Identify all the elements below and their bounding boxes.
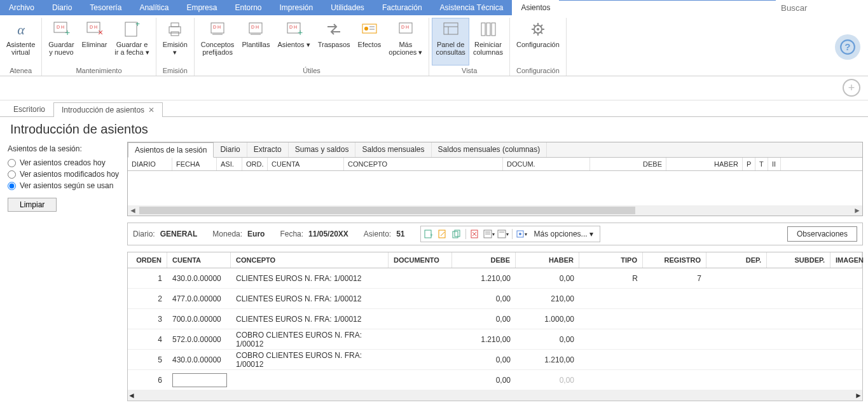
menu-item-diario[interactable]: Diario	[43, 0, 81, 15]
observations-button[interactable]: Observaciones	[787, 226, 857, 242]
ribbon-btn-conceptos[interactable]: D HConceptosprefijados	[197, 18, 238, 65]
doc-tab-escritorio[interactable]: Escritorio	[5, 102, 53, 116]
table-row[interactable]: 5430.0.0.00000COBRO CLIENTES EUROS N. FR…	[128, 350, 862, 370]
search-input[interactable]	[776, 0, 868, 15]
ribbon-btn-traspasos[interactable]: Traspasos	[314, 18, 354, 65]
col-concepto[interactable]: CONCEPTO	[231, 252, 389, 268]
table-row[interactable]: 60,000,00	[128, 370, 862, 390]
radio-input[interactable]	[8, 159, 16, 167]
ribbon-btn-asistente[interactable]: αAsistentevirtual	[3, 18, 39, 65]
help-icon[interactable]: ?	[835, 34, 860, 60]
sub-tab-asientos-de-la-sesión[interactable]: Asientos de la sesión	[128, 142, 214, 158]
ribbon-btn-configuración[interactable]: Configuración	[513, 18, 563, 65]
query-col-cuenta[interactable]: CUENTA	[268, 158, 344, 170]
menu-item-utilidades[interactable]: Utilidades	[322, 0, 373, 15]
query-col-asi[interactable]: ASI.	[217, 158, 242, 170]
menu-item-analítica[interactable]: Analítica	[130, 0, 177, 15]
ribbon-btn-guardar[interactable]: D H+Guardary nuevo	[45, 18, 78, 65]
sub-tab-diario[interactable]: Diario	[214, 142, 247, 157]
sub-tab-saldos-mensuales[interactable]: Saldos mensuales	[355, 142, 431, 157]
col-subdep[interactable]: SUBDEP.	[767, 252, 830, 268]
menu-item-entorno[interactable]: Entorno	[226, 0, 270, 15]
ribbon: αAsistentevirtualAteneaD H+Guardary nuev…	[0, 15, 868, 76]
scroll-right-icon[interactable]: ►	[855, 391, 862, 400]
col-debe[interactable]: DEBE	[452, 252, 516, 268]
entry-h-scrollbar[interactable]: ◄ ►	[128, 390, 862, 401]
ribbon-btn-guardar-e[interactable]: +Guardar eir a fecha ▾	[111, 18, 153, 65]
radio-input[interactable]	[8, 170, 16, 179]
scroll-left-icon[interactable]: ◄	[128, 206, 138, 215]
svg-text:×: ×	[98, 27, 103, 38]
close-icon[interactable]: ✕	[148, 106, 155, 114]
ribbon-btn-eliminar[interactable]: D H×Eliminar	[78, 18, 111, 65]
query-col-ii[interactable]: II	[768, 158, 781, 170]
radio-option-1[interactable]: Ver asientos modificados hoy	[8, 170, 120, 179]
cell-haber: 1.000,00	[516, 315, 579, 324]
query-col-haber[interactable]: HABER	[666, 158, 743, 170]
table-row[interactable]: 2477.0.0.00000CLIENTES EUROS N. FRA: 1/0…	[128, 289, 862, 309]
more-options-dropdown[interactable]: Más opciones... ▾	[529, 230, 598, 238]
query-col-ord[interactable]: ORD.	[242, 158, 268, 170]
sub-tab-saldos-mensuales-(columnas)[interactable]: Saldos mensuales (columnas)	[432, 142, 548, 157]
col-documento[interactable]: DOCUMENTO	[389, 252, 452, 268]
scroll-left-icon[interactable]: ◄	[128, 391, 135, 400]
cell-debe: 0,00	[452, 376, 516, 385]
sub-tab-extracto[interactable]: Extracto	[247, 142, 289, 157]
ribbon-btn-plantillas[interactable]: D HPlantillas	[238, 18, 273, 65]
table-row[interactable]: 3700.0.0.00000CLIENTES EUROS N. FRA: 1/0…	[128, 309, 862, 329]
table-row[interactable]: 1430.0.0.00000CLIENTES EUROS N. FRA: 1/0…	[128, 268, 862, 289]
menu-item-asistencia-técnica[interactable]: Asistencia Técnica	[431, 0, 513, 15]
scroll-thumb[interactable]	[139, 207, 635, 214]
col-registro[interactable]: REGISTRO	[643, 252, 706, 268]
query-col-concepto[interactable]: CONCEPTO	[344, 158, 503, 170]
query-col-debe[interactable]: DEBE	[590, 158, 666, 170]
doc-tab-introducción-de-asientos[interactable]: Introducción de asientos✕	[53, 102, 163, 117]
menu-item-impresión[interactable]: Impresión	[270, 0, 322, 15]
col-imagen[interactable]: IMAGEN	[830, 252, 862, 268]
col-tipo[interactable]: TIPO	[579, 252, 643, 268]
ribbon-btn-más[interactable]: D HMásopciones ▾	[385, 18, 426, 65]
add-plus-icon[interactable]: +	[843, 79, 860, 97]
radio-input[interactable]	[8, 182, 16, 190]
entry-grid-body: 1430.0.0.00000CLIENTES EUROS N. FRA: 1/0…	[128, 268, 862, 390]
table-row[interactable]: 4572.0.0.00000COBRO CLIENTES EUROS N. FR…	[128, 329, 862, 350]
tool-new-icon[interactable]: +	[422, 228, 435, 240]
radio-option-0[interactable]: Ver asientos creados hoy	[8, 158, 120, 167]
menu-item-facturación[interactable]: Facturación	[373, 0, 431, 15]
ribbon-group-emisión: Emisión▾Emisión	[156, 18, 195, 76]
menu-item-empresa[interactable]: Empresa	[177, 0, 226, 15]
tool-list1-icon[interactable]: ▾	[483, 228, 495, 240]
menu-item-archivo[interactable]: Archivo	[0, 0, 43, 15]
cell-orden: 6	[128, 376, 167, 385]
col-cuenta[interactable]: CUENTA	[167, 252, 231, 268]
menu-item-tesorería[interactable]: Tesorería	[81, 0, 130, 15]
ribbon-btn-efectos[interactable]: Efectos	[354, 18, 385, 65]
col-dep[interactable]: DEP.	[706, 252, 767, 268]
ribbon-btn-asientos-▾[interactable]: D H+Asientos ▾	[273, 18, 313, 65]
radio-option-2[interactable]: Ver asientos según se usan	[8, 181, 120, 190]
query-col-diario[interactable]: DIARIO	[128, 158, 172, 170]
left-panel-title: Asientos de la sesión:	[8, 144, 120, 153]
ribbon-btn-panel-de[interactable]: Panel deconsultas	[432, 18, 469, 65]
tool-view-icon[interactable]: ▾	[515, 228, 528, 240]
col-haber[interactable]: HABER	[516, 252, 579, 268]
right-panel: Asientos de la sesiónDiarioExtractoSumas…	[127, 142, 863, 401]
menu-item-asientos[interactable]: Asientos	[512, 0, 559, 15]
sub-tab-sumas-y-saldos[interactable]: Sumas y saldos	[289, 142, 356, 157]
query-h-scrollbar[interactable]: ◄ ►	[128, 205, 862, 216]
ribbon-btn-emisión[interactable]: Emisión▾	[159, 18, 191, 65]
query-col-p[interactable]: P	[743, 158, 755, 170]
col-orden[interactable]: ORDEN	[128, 252, 167, 268]
scroll-right-icon[interactable]: ►	[852, 206, 862, 215]
cell-cuenta	[167, 373, 231, 387]
query-col-docum[interactable]: DOCUM.	[503, 158, 590, 170]
tool-edit-icon[interactable]	[436, 228, 449, 240]
query-col-t[interactable]: T	[755, 158, 768, 170]
clean-button[interactable]: Limpiar	[8, 198, 57, 212]
query-col-fecha[interactable]: FECHA	[172, 158, 217, 170]
tool-delete-icon[interactable]	[469, 228, 481, 240]
ribbon-btn-reiniciar[interactable]: Reiniciarcolumnas	[469, 18, 507, 65]
cuenta-input[interactable]	[172, 373, 227, 387]
tool-list2-icon[interactable]: ▾	[497, 228, 509, 240]
tool-copy-icon[interactable]	[450, 228, 463, 240]
